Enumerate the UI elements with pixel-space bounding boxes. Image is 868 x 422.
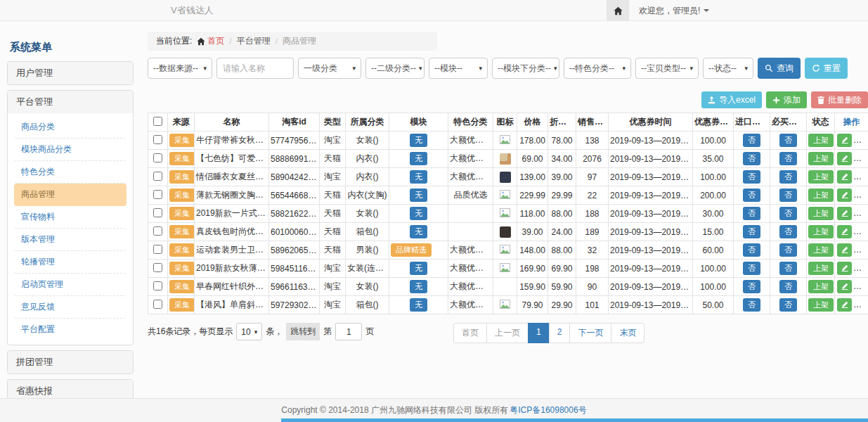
per-page-value: 10 bbox=[241, 327, 250, 337]
sidebar-subitem[interactable]: 特色分类 bbox=[14, 161, 127, 184]
name-cell: 2019新款一片式系... bbox=[195, 205, 269, 223]
add-button[interactable]: 添加 bbox=[766, 91, 807, 108]
filter-select-level1-category[interactable]: 一级分类▾ bbox=[298, 58, 361, 79]
jump-button[interactable]: 跳转到 bbox=[286, 323, 320, 340]
breadcrumb-home-link[interactable]: 首页 bbox=[197, 35, 224, 47]
filter-select-module-subcategory[interactable]: --模块下分类--▾ bbox=[492, 58, 559, 79]
row-checkbox[interactable] bbox=[153, 135, 162, 144]
module-badge: 无 bbox=[410, 134, 427, 146]
row-checkbox[interactable] bbox=[153, 245, 162, 254]
feature-cell: 大额优惠券 bbox=[448, 241, 493, 260]
home-icon bbox=[197, 37, 205, 46]
pager-item[interactable]: 下一页 bbox=[569, 323, 611, 343]
sidebar-subitem[interactable]: 模块商品分类 bbox=[14, 139, 127, 161]
ops-cell bbox=[835, 186, 868, 205]
sidebar-title: 系统菜单 bbox=[7, 35, 134, 61]
breadcrumb-section[interactable]: 平台管理 bbox=[237, 35, 271, 47]
ops-cell bbox=[835, 296, 868, 314]
edit-button[interactable] bbox=[837, 280, 852, 293]
chevron-down-icon: ▾ bbox=[352, 65, 356, 72]
import-optional-badge: 否 bbox=[743, 207, 760, 219]
edit-icon bbox=[841, 172, 848, 182]
pager-item[interactable]: 2 bbox=[549, 323, 571, 343]
filter-select-status[interactable]: --状态--▾ bbox=[703, 58, 753, 79]
edit-button[interactable] bbox=[837, 207, 852, 220]
pager-item[interactable]: 上一页 bbox=[486, 323, 529, 343]
column-header: 类型 bbox=[320, 113, 346, 132]
sidebar-subitem[interactable]: 意见反馈 bbox=[14, 296, 127, 319]
breadcrumb-separator: / bbox=[229, 37, 231, 46]
sidebar-subitem[interactable]: 商品分类 bbox=[14, 116, 127, 139]
pager-item[interactable]: 末页 bbox=[611, 323, 644, 343]
sales-cell: 32 bbox=[576, 241, 609, 260]
status-badge: 上架 bbox=[808, 170, 834, 183]
module-badge: 无 bbox=[410, 298, 427, 311]
sidebar-subitem[interactable]: 版本管理 bbox=[14, 229, 127, 251]
jump-page-input[interactable] bbox=[335, 323, 362, 340]
price-cell: 159.90 bbox=[517, 278, 548, 296]
taoke-id-cell: 588869917501 bbox=[269, 150, 320, 168]
trash-icon bbox=[817, 96, 824, 104]
must-buy-cell: 否 bbox=[770, 150, 807, 168]
name-search-input[interactable] bbox=[216, 58, 294, 79]
edit-button[interactable] bbox=[837, 134, 852, 147]
ops-cell bbox=[835, 260, 868, 278]
feature-cell: 大额优惠券 bbox=[448, 150, 493, 168]
home-button[interactable] bbox=[607, 0, 629, 21]
import-optional-badge: 否 bbox=[743, 262, 760, 274]
import-excel-button[interactable]: 导入excel bbox=[701, 91, 762, 108]
filter-select-data-source[interactable]: --数据来源--▾ bbox=[148, 58, 212, 79]
row-checkbox[interactable] bbox=[153, 190, 162, 199]
edit-button[interactable] bbox=[837, 225, 852, 238]
user-menu[interactable]: 欢迎您，管理员! bbox=[639, 5, 709, 17]
filter-select-label: --模块-- bbox=[434, 63, 462, 75]
sidebar-subitem[interactable]: 宣传物料 bbox=[14, 206, 127, 229]
row-checkbox[interactable] bbox=[153, 153, 162, 162]
edit-button[interactable] bbox=[837, 243, 852, 257]
select-all-checkbox[interactable] bbox=[153, 117, 162, 126]
coupon-time-cell: 2019-09-13—2019-09-17 bbox=[609, 260, 693, 278]
row-checkbox[interactable] bbox=[153, 263, 162, 272]
row-checkbox[interactable] bbox=[153, 208, 162, 217]
reset-button[interactable]: 重置 bbox=[805, 58, 848, 79]
row-checkbox[interactable] bbox=[153, 172, 162, 181]
sidebar-subitem[interactable]: 启动页管理 bbox=[14, 274, 127, 296]
filter-select-level2-category[interactable]: --二级分类--▾ bbox=[365, 58, 425, 79]
module-cell: 无 bbox=[389, 150, 448, 168]
source-cell: 采集 bbox=[168, 296, 195, 314]
filter-select-item-type[interactable]: --宝贝类型--▾ bbox=[635, 58, 699, 79]
sidebar-panel-header[interactable]: 平台管理 bbox=[8, 91, 133, 113]
pager-item[interactable]: 首页 bbox=[453, 323, 487, 343]
row-checkbox[interactable] bbox=[153, 300, 162, 309]
discount-price-cell: 29.99 bbox=[548, 186, 576, 205]
filter-select-label: 一级分类 bbox=[304, 63, 337, 75]
edit-button[interactable] bbox=[837, 188, 852, 202]
filter-select-module[interactable]: --模块--▾ bbox=[429, 58, 488, 79]
coupon-time-cell: 2019-09-13—2019-09-19 bbox=[609, 205, 693, 223]
pager-item[interactable]: 1 bbox=[528, 323, 550, 343]
edit-button[interactable] bbox=[837, 298, 852, 312]
edit-button[interactable] bbox=[837, 152, 852, 165]
icp-link[interactable]: 粤ICP备16098006号 bbox=[510, 404, 586, 416]
module-badge: 无 bbox=[410, 188, 427, 201]
taoke-id-cell: 597293020870 bbox=[269, 296, 320, 314]
edit-button[interactable] bbox=[837, 170, 852, 184]
sidebar-panel-header[interactable]: 拼团管理 bbox=[8, 351, 133, 373]
row-checkbox[interactable] bbox=[153, 226, 162, 236]
edit-button[interactable] bbox=[837, 262, 852, 275]
source-cell: 采集 bbox=[168, 168, 195, 186]
module-cell: 无 bbox=[389, 223, 448, 241]
filter-select-feature-category[interactable]: --特色分类--▾ bbox=[564, 58, 631, 79]
sidebar-subitem[interactable]: 平台配置 bbox=[14, 319, 127, 340]
search-button[interactable]: 查询 bbox=[758, 58, 801, 79]
row-checkbox[interactable] bbox=[153, 281, 162, 290]
sidebar-subitem[interactable]: 商品管理 bbox=[14, 184, 127, 206]
type-cell: 天猫 bbox=[320, 205, 346, 223]
batch-delete-button[interactable]: 批量删除 bbox=[811, 91, 868, 108]
category-cell: 内衣() bbox=[346, 150, 389, 168]
status-cell: 上架 bbox=[807, 168, 835, 186]
per-page-select[interactable]: 10 ▾ bbox=[236, 323, 262, 340]
sidebar-panel-header[interactable]: 用户管理 bbox=[8, 62, 133, 84]
chevron-down-icon: ▾ bbox=[554, 65, 557, 72]
sidebar-subitem[interactable]: 轮播管理 bbox=[14, 251, 127, 274]
